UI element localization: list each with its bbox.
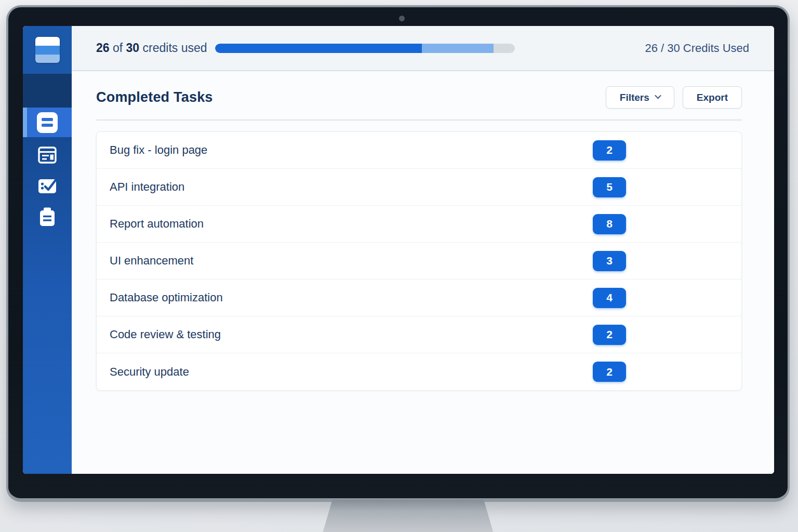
- credits-progress-bar: [215, 44, 515, 53]
- filters-button[interactable]: Filters: [606, 86, 674, 109]
- task-row[interactable]: Report automation 8: [97, 206, 741, 243]
- task-row[interactable]: Code review & testing 2: [97, 316, 741, 353]
- main-area: 26 of 30 credits used 26 / 30 Credits Us…: [72, 26, 774, 474]
- chevron-down-icon: [655, 92, 661, 99]
- task-label: Report automation: [110, 217, 204, 231]
- credits-used-number: 26: [96, 41, 110, 55]
- credits-summary-text: 26 / 30 Credits Used: [645, 42, 749, 55]
- clipboard-icon: [37, 207, 58, 228]
- task-label: API integration: [110, 180, 184, 194]
- task-list: Bug fix - login page 2 API integration 5…: [96, 131, 742, 391]
- task-count-badge: 2: [593, 325, 626, 345]
- app-screen: 26 of 30 credits used 26 / 30 Credits Us…: [23, 26, 774, 474]
- task-label: Database optimization: [110, 291, 223, 304]
- task-row[interactable]: Security update 2: [97, 353, 741, 390]
- task-row[interactable]: UI enhancement 3: [97, 243, 741, 280]
- sidebar-items: [23, 137, 72, 474]
- task-label: UI enhancement: [110, 254, 193, 268]
- active-accent-bar: [23, 108, 27, 137]
- sidebar: [23, 26, 72, 474]
- task-count-badge: 4: [593, 288, 626, 308]
- list-icon: [37, 112, 58, 133]
- task-count-badge: 2: [593, 362, 626, 382]
- progress-secondary-segment: [422, 44, 494, 53]
- task-count-badge: 5: [593, 177, 626, 197]
- monitor-stand: [312, 500, 499, 532]
- sidebar-item-checklist[interactable]: [37, 176, 58, 196]
- monitor-frame: 26 of 30 credits used 26 / 30 Credits Us…: [6, 5, 790, 502]
- sidebar-divider-band: [23, 74, 72, 108]
- task-row[interactable]: Database optimization 4: [97, 280, 741, 316]
- app-logo: [35, 37, 60, 63]
- header-divider: [96, 119, 742, 121]
- task-label: Security update: [110, 365, 189, 379]
- content-area: Completed Tasks Filters Export Bug fix -…: [72, 71, 774, 474]
- task-count-badge: 2: [593, 140, 626, 161]
- task-count-badge: 3: [593, 251, 626, 271]
- task-row[interactable]: API integration 5: [97, 169, 741, 206]
- sidebar-item-clipboard[interactable]: [37, 207, 58, 228]
- task-row[interactable]: Bug fix - login page 2: [97, 132, 741, 169]
- page-title: Completed Tasks: [96, 89, 213, 105]
- task-label: Bug fix - login page: [110, 143, 207, 157]
- credits-used-text: 26 of 30 credits used: [96, 41, 207, 55]
- task-count-badge: 8: [593, 214, 626, 234]
- task-label: Code review & testing: [110, 328, 221, 341]
- checklist-icon: [37, 176, 58, 196]
- progress-fill-segment: [215, 44, 422, 53]
- credits-total-number: 30: [126, 41, 140, 55]
- news-report-icon: [37, 144, 58, 165]
- export-button[interactable]: Export: [683, 86, 742, 109]
- content-header: Completed Tasks Filters Export: [96, 86, 742, 109]
- webcam-dot: [399, 16, 405, 21]
- credits-topbar: 26 of 30 credits used 26 / 30 Credits Us…: [72, 26, 774, 71]
- sidebar-item-reports[interactable]: [37, 144, 58, 165]
- sidebar-logo-section: [23, 26, 72, 74]
- sidebar-item-tasks-active[interactable]: [23, 108, 72, 137]
